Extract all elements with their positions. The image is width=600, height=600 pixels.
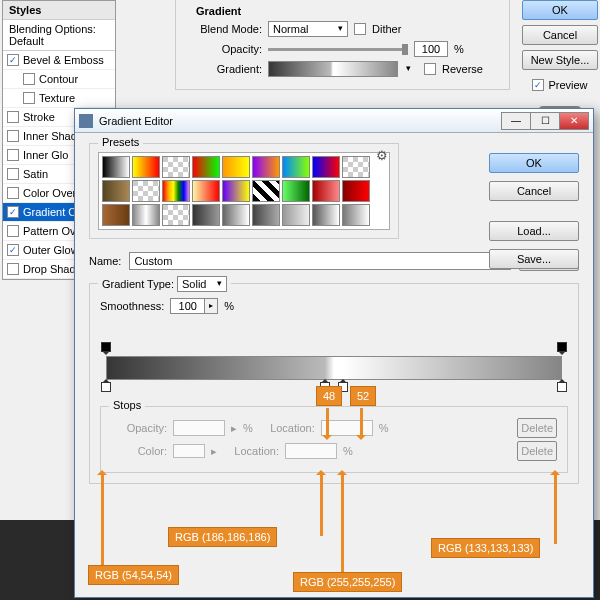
checkbox[interactable]	[7, 187, 19, 199]
preset-swatch[interactable]	[192, 180, 220, 202]
sidebar-item-label: Outer Glow	[23, 244, 79, 256]
preset-swatch[interactable]	[342, 156, 370, 178]
checkbox[interactable]	[7, 225, 19, 237]
preset-swatch[interactable]	[312, 180, 340, 202]
ge-cancel-button[interactable]: Cancel	[489, 181, 579, 201]
gradient-type-select[interactable]: Solid	[177, 276, 227, 292]
preset-swatch[interactable]	[102, 204, 130, 226]
checkbox[interactable]	[7, 130, 19, 142]
delete-color-stop-button[interactable]: Delete	[517, 441, 557, 461]
blend-mode-label: Blend Mode:	[188, 23, 262, 35]
annotation-c2: RGB (186,186,186)	[168, 527, 277, 547]
sidebar-item-label: Inner Shad	[23, 130, 77, 142]
name-input[interactable]	[129, 252, 511, 270]
smoothness-spinner[interactable]: 100 ▸	[170, 298, 218, 314]
dither-label: Dither	[372, 23, 401, 35]
blending-options-row[interactable]: Blending Options: Default	[3, 20, 115, 51]
opacity-field[interactable]: 100	[414, 41, 448, 57]
checkbox[interactable]: ✓	[7, 206, 19, 218]
stop-color-location-field[interactable]	[285, 443, 337, 459]
preview-label: Preview	[548, 79, 587, 91]
preset-swatch[interactable]	[222, 180, 250, 202]
preset-swatch[interactable]	[342, 204, 370, 226]
preset-swatch[interactable]	[282, 204, 310, 226]
annotation-arrow	[320, 472, 323, 536]
preset-swatch[interactable]	[252, 204, 280, 226]
stop-opacity-field[interactable]	[173, 420, 225, 436]
ge-load-button[interactable]: Load...	[489, 221, 579, 241]
annotation-arrow	[326, 408, 329, 438]
maximize-button[interactable]: ☐	[530, 112, 560, 130]
gradient-sublegend: Gradient	[196, 5, 497, 17]
opacity-stop[interactable]	[101, 342, 111, 352]
ge-ok-button[interactable]: OK	[489, 153, 579, 173]
preset-swatch[interactable]	[132, 180, 160, 202]
preset-swatch[interactable]	[192, 156, 220, 178]
preset-swatch[interactable]	[192, 204, 220, 226]
color-stop[interactable]	[101, 382, 111, 392]
smoothness-unit: %	[224, 300, 234, 312]
preset-swatch[interactable]	[222, 204, 250, 226]
chevron-right-icon[interactable]: ▸	[205, 299, 217, 313]
color-stop[interactable]	[557, 382, 567, 392]
presets-label: Presets	[98, 136, 143, 148]
checkbox[interactable]	[7, 168, 19, 180]
presets-group: Presets ⚙	[89, 143, 399, 239]
preset-swatch[interactable]	[222, 156, 250, 178]
preset-grid[interactable]	[98, 152, 390, 230]
stop-opacity-label: Opacity:	[111, 422, 167, 434]
checkbox[interactable]: ✓	[7, 244, 19, 256]
ge-save-button[interactable]: Save...	[489, 249, 579, 269]
gradient-editor-titlebar[interactable]: Gradient Editor — ☐ ✕	[75, 109, 593, 133]
checkbox[interactable]	[23, 73, 35, 85]
preset-swatch[interactable]	[102, 180, 130, 202]
sidebar-item-label: Pattern Ov	[23, 225, 76, 237]
checkbox[interactable]: ✓	[7, 54, 19, 66]
gradient-type-label: Gradient Type:	[102, 278, 174, 290]
checkbox[interactable]	[7, 149, 19, 161]
gradient-editor-window: Gradient Editor — ☐ ✕ Presets ⚙ OK Cance…	[74, 108, 594, 598]
annotation-c4: RGB (133,133,133)	[431, 538, 540, 558]
sidebar-item[interactable]: Texture	[3, 89, 115, 108]
smoothness-field[interactable]: 100	[171, 299, 205, 313]
sidebar-item-label: Gradient C	[23, 206, 76, 218]
close-button[interactable]: ✕	[559, 112, 589, 130]
preset-swatch[interactable]	[342, 180, 370, 202]
preset-swatch[interactable]	[312, 204, 340, 226]
preset-swatch[interactable]	[102, 156, 130, 178]
preset-swatch[interactable]	[282, 180, 310, 202]
annotation-arrow	[341, 472, 344, 574]
minimize-button[interactable]: —	[501, 112, 531, 130]
sidebar-item[interactable]: ✓Bevel & Emboss	[3, 51, 115, 70]
opacity-stop[interactable]	[557, 342, 567, 352]
cancel-button[interactable]: Cancel	[522, 25, 598, 45]
preset-swatch[interactable]	[132, 204, 160, 226]
preset-swatch[interactable]	[252, 156, 280, 178]
preview-checkbox[interactable]: ✓	[532, 79, 544, 91]
checkbox[interactable]	[23, 92, 35, 104]
smoothness-label: Smoothness:	[100, 300, 164, 312]
preset-swatch[interactable]	[162, 204, 190, 226]
preset-swatch[interactable]	[252, 180, 280, 202]
preset-swatch[interactable]	[282, 156, 310, 178]
blend-mode-select[interactable]: Normal	[268, 21, 348, 37]
new-style-button[interactable]: New Style...	[522, 50, 598, 70]
checkbox[interactable]	[7, 263, 19, 275]
ok-button[interactable]: OK	[522, 0, 598, 20]
reverse-checkbox[interactable]	[424, 63, 436, 75]
stop-color-swatch[interactable]	[173, 444, 205, 458]
dither-checkbox[interactable]	[354, 23, 366, 35]
preset-swatch[interactable]	[162, 156, 190, 178]
preset-swatch[interactable]	[312, 156, 340, 178]
gradient-swatch[interactable]	[268, 61, 398, 77]
sidebar-item[interactable]: Contour	[3, 70, 115, 89]
preset-swatch[interactable]	[132, 156, 160, 178]
opacity-unit: %	[454, 43, 464, 55]
opacity-slider[interactable]	[268, 48, 408, 51]
preset-swatch[interactable]	[162, 180, 190, 202]
delete-opacity-stop-button[interactable]: Delete	[517, 418, 557, 438]
sidebar-item-label: Bevel & Emboss	[23, 54, 104, 66]
gear-icon[interactable]: ⚙	[376, 148, 388, 163]
stop-color-label: Color:	[111, 445, 167, 457]
checkbox[interactable]	[7, 111, 19, 123]
